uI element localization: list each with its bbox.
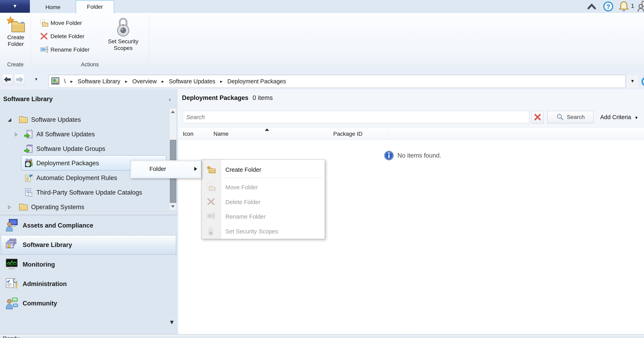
breadcrumb-item-deployment-packages[interactable]: Deployment Packages (228, 78, 286, 85)
breadcrumb-item-software-updates[interactable]: Software Updates (169, 78, 216, 85)
breadcrumb: \ ▸ Software Library ▸ Overview ▸ Softwa… (48, 75, 626, 88)
scrollbar-down-arrow[interactable] (170, 203, 176, 210)
add-criteria-button[interactable]: Add Criteria▼ (600, 111, 638, 123)
nav-item-monitoring[interactable]: Monitoring (0, 255, 177, 274)
navigation-pane: Software Library ‹ Software Updates (0, 89, 177, 334)
tree-item-operating-systems[interactable]: Operating Systems (0, 201, 174, 212)
create-folder-icon (6, 16, 26, 33)
collapse-ribbon-chevron-up-icon[interactable] (587, 4, 596, 9)
menu-item-rename-folder[interactable]: Rename Folder (202, 210, 324, 223)
breadcrumb-item-overview[interactable]: Overview (132, 78, 157, 85)
delete-folder-icon (40, 32, 48, 40)
ribbon-group-create-label: Create (0, 61, 31, 68)
column-separator[interactable] (330, 128, 331, 140)
search-magnifier-icon (556, 113, 564, 121)
software-library-icon (5, 238, 18, 251)
submenu-arrow-icon (194, 167, 197, 171)
menu-item-move-folder[interactable]: Move Folder (202, 181, 324, 194)
collapse-pane-icon[interactable]: ‹ (169, 96, 171, 103)
tree-scrollbar[interactable] (169, 108, 176, 210)
column-header-icon[interactable]: Icon (183, 128, 194, 140)
address-dropdown-button[interactable]: ▼ (627, 75, 638, 88)
info-icon (384, 151, 394, 160)
ribbon: Create Folder Create Move Folder Delete … (0, 13, 644, 69)
back-button[interactable] (2, 74, 13, 85)
column-header-name[interactable]: Name (214, 128, 228, 140)
address-dropdown-icon: ▼ (630, 78, 635, 84)
breadcrumb-separator-icon: ▸ (125, 79, 128, 84)
ribbon-group-actions-label: Actions (31, 61, 149, 68)
feedback-person-icon[interactable] (637, 1, 644, 12)
tree-item-all-software-updates[interactable]: All Software Updates (0, 128, 174, 141)
clear-search-button[interactable] (532, 111, 544, 123)
automatic-deployment-rules-icon (24, 173, 34, 183)
tab-home[interactable]: Home (35, 2, 71, 13)
forward-arrow-icon (16, 76, 24, 83)
menu-item-delete-folder[interactable]: Delete Folder (202, 196, 324, 209)
folder-icon (18, 115, 28, 124)
column-header-package-id[interactable]: Package ID (333, 128, 362, 140)
history-dropdown-icon[interactable]: ▼ (34, 75, 38, 84)
tab-folder[interactable]: Folder (76, 1, 114, 14)
tree-collapsed-arrow-icon[interactable] (7, 205, 11, 210)
create-folder-label-line2: Folder (2, 41, 30, 47)
refresh-icon[interactable] (640, 76, 644, 87)
help-icon[interactable]: ? (603, 1, 614, 12)
svg-text:?: ? (606, 3, 610, 10)
create-folder-ribbon-button[interactable]: Create Folder (2, 16, 30, 47)
list-column-headers: Icon Name Package ID (179, 127, 644, 140)
column-separator[interactable] (211, 128, 211, 140)
menu-item-set-security-scopes[interactable]: Set Security Scopes (202, 225, 324, 238)
delete-folder-label: Delete Folder (50, 31, 84, 42)
set-security-scopes-label-line2: Scopes (101, 45, 146, 51)
create-folder-label-line1: Create (2, 34, 30, 41)
column-separator[interactable] (388, 128, 388, 140)
tree-collapsed-arrow-icon[interactable] (14, 132, 18, 137)
context-menu-folder-label: Folder (150, 160, 166, 178)
breadcrumb-root[interactable]: \ (64, 78, 66, 85)
breadcrumb-item-software-library[interactable]: Software Library (78, 78, 120, 85)
community-icon (5, 296, 18, 309)
security-lock-icon (114, 16, 132, 37)
move-folder-label: Move Folder (50, 18, 82, 28)
rename-folder-label: Rename Folder (50, 45, 90, 55)
ribbon-group-separator (31, 15, 31, 63)
status-bar: Ready (0, 334, 644, 338)
folder-submenu: Create Folder Move Folder Delete Folder … (201, 159, 325, 239)
back-arrow-icon (4, 76, 12, 83)
tree-item-third-party-catalogs[interactable]: Third-Party Software Update Catalogs (0, 186, 174, 199)
move-folder-icon (40, 19, 48, 27)
status-text: Ready (3, 334, 644, 338)
nav-item-community[interactable]: Community (0, 294, 177, 313)
nav-item-software-library[interactable]: Software Library (0, 235, 177, 255)
breadcrumb-separator-icon: ▸ (220, 79, 222, 84)
search-input[interactable] (183, 111, 529, 123)
navigation-pane-title: Software Library (3, 95, 53, 103)
notifications-bell-icon[interactable] (618, 1, 629, 12)
clear-x-icon (534, 113, 542, 121)
context-menu-folder[interactable]: Folder (130, 160, 201, 179)
empty-state-message: No items found. (384, 151, 441, 160)
pane-splitter[interactable] (0, 212, 177, 216)
app-menu-button[interactable]: ▼ (0, 0, 30, 13)
add-criteria-label: Add Criteria (600, 114, 631, 120)
tree-item-software-updates[interactable]: Software Updates (0, 113, 174, 126)
scrollbar-up-arrow[interactable] (170, 108, 176, 115)
address-bar: ▼ \ ▸ Software Library ▸ Overview ▸ Soft… (0, 69, 644, 90)
search-button[interactable]: Search (548, 111, 594, 123)
nav-item-assets-and-compliance[interactable]: Assets and Compliance (0, 216, 177, 235)
forward-button[interactable] (14, 74, 25, 85)
move-folder-icon (207, 183, 216, 191)
monitoring-icon (5, 258, 18, 271)
breadcrumb-separator-icon: ▸ (162, 79, 164, 84)
empty-state-label: No items found. (398, 152, 441, 159)
set-security-scopes-ribbon-button[interactable]: Set Security Scopes (101, 16, 146, 51)
tree-expanded-arrow-icon[interactable] (7, 118, 12, 122)
nav-item-administration[interactable]: Administration (0, 274, 177, 294)
deployment-packages-icon (24, 158, 34, 168)
menu-item-create-folder[interactable]: Create Folder (202, 163, 324, 176)
nav-more-icon[interactable]: ▼ (169, 319, 175, 326)
notification-count-badge: 1 (631, 3, 634, 9)
tree-item-software-update-groups[interactable]: Software Update Groups (0, 142, 174, 155)
rename-folder-icon (207, 212, 216, 220)
